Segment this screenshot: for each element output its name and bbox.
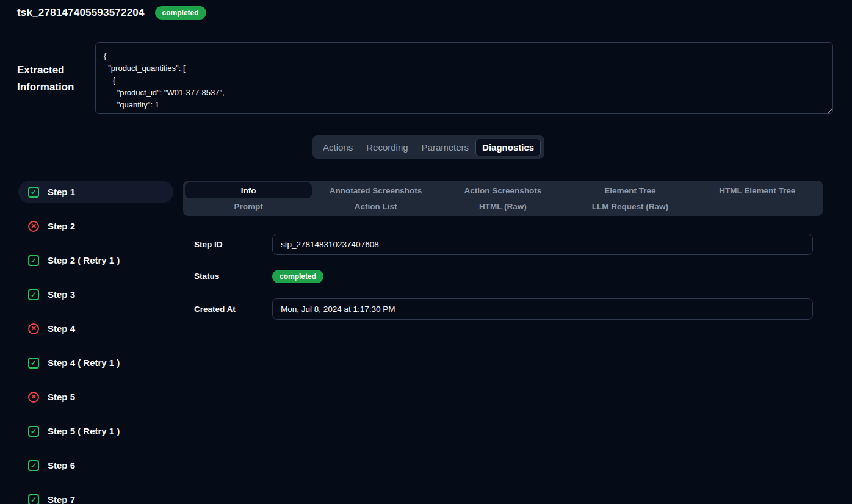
page-title: tsk_278147405593572204	[17, 7, 145, 19]
check-square-icon: ✓	[28, 494, 39, 504]
step-label: Step 7	[48, 494, 75, 504]
step-label: Step 1	[48, 187, 75, 197]
sidebar-item-step-5-retry-1[interactable]: ✓Step 5 ( Retry 1 )	[18, 420, 173, 442]
subtab-annotated-screenshots[interactable]: Annotated Screenshots	[312, 182, 439, 198]
tab-recording[interactable]: Recording	[359, 139, 414, 156]
extracted-information-textarea[interactable]: { "product_quantities": [ { "product_id"…	[95, 42, 833, 114]
step-label: Step 3	[48, 289, 75, 300]
step-label: Step 4 ( Retry 1 )	[48, 358, 120, 368]
subtab-action-list[interactable]: Action List	[312, 198, 439, 214]
sidebar-item-step-4[interactable]: ✕Step 4	[18, 317, 173, 340]
app-root: tsk_278147405593572204 completed Extract…	[0, 0, 852, 504]
subtab-llm-request-raw[interactable]: LLM Request (Raw)	[566, 198, 693, 214]
x-circle-icon: ✕	[28, 323, 39, 334]
sidebar-item-step-6[interactable]: ✓Step 6	[18, 454, 173, 477]
subtab-action-screenshots[interactable]: Action Screenshots	[439, 182, 566, 198]
sidebar-item-step-4-retry-1[interactable]: ✓Step 4 ( Retry 1 )	[18, 351, 173, 374]
step-label: Step 6	[48, 460, 75, 470]
step-status-badge: completed	[272, 270, 323, 283]
sidebar-item-step-1[interactable]: ✓Step 1	[18, 181, 173, 203]
check-square-icon: ✓	[28, 255, 39, 266]
step-id-input[interactable]	[272, 234, 813, 255]
check-square-icon: ✓	[28, 358, 39, 369]
main-tabs: ActionsRecordingParametersDiagnostics	[312, 135, 544, 159]
sidebar-item-step-5[interactable]: ✕Step 5	[18, 386, 173, 408]
step-label: Step 5	[48, 392, 75, 402]
sidebar-item-step-2[interactable]: ✕Step 2	[18, 215, 173, 237]
subtab-prompt[interactable]: Prompt	[185, 198, 312, 214]
sidebar-item-step-7[interactable]: ✓Step 7	[18, 488, 173, 504]
subtab-element-tree[interactable]: Element Tree	[566, 182, 693, 198]
created-at-input[interactable]	[272, 298, 813, 320]
check-square-icon: ✓	[28, 289, 39, 300]
check-square-icon: ✓	[28, 426, 39, 437]
step-label: Step 5 ( Retry 1 )	[48, 426, 120, 436]
status-label: Status	[194, 270, 219, 283]
extracted-information-label: Extracted Information	[17, 62, 89, 96]
x-circle-icon: ✕	[28, 392, 39, 403]
step-label: Step 2 ( Retry 1 )	[48, 255, 120, 265]
step-label: Step 4	[48, 323, 75, 334]
x-circle-icon: ✕	[28, 221, 39, 232]
step-id-label: Step ID	[194, 234, 223, 255]
sidebar-item-step-3[interactable]: ✓Step 3	[18, 283, 173, 306]
subtab-html-element-tree[interactable]: HTML Element Tree	[694, 182, 821, 198]
step-label: Step 2	[48, 221, 75, 231]
header: tsk_278147405593572204 completed	[17, 6, 206, 20]
check-square-icon: ✓	[28, 187, 39, 198]
sub-tabs: InfoAnnotated ScreenshotsAction Screensh…	[183, 181, 823, 216]
check-square-icon: ✓	[28, 460, 39, 471]
steps-sidebar: ✓Step 1✕Step 2✓Step 2 ( Retry 1 )✓Step 3…	[18, 181, 173, 504]
sidebar-item-step-2-retry-1[interactable]: ✓Step 2 ( Retry 1 )	[18, 249, 173, 272]
task-status-badge: completed	[155, 6, 206, 20]
tab-actions[interactable]: Actions	[316, 139, 359, 156]
tab-diagnostics[interactable]: Diagnostics	[475, 139, 541, 156]
subtab-html-raw[interactable]: HTML (Raw)	[439, 198, 566, 214]
tab-parameters[interactable]: Parameters	[415, 139, 476, 156]
created-at-label: Created At	[194, 298, 236, 320]
subtab-info[interactable]: Info	[185, 182, 312, 198]
